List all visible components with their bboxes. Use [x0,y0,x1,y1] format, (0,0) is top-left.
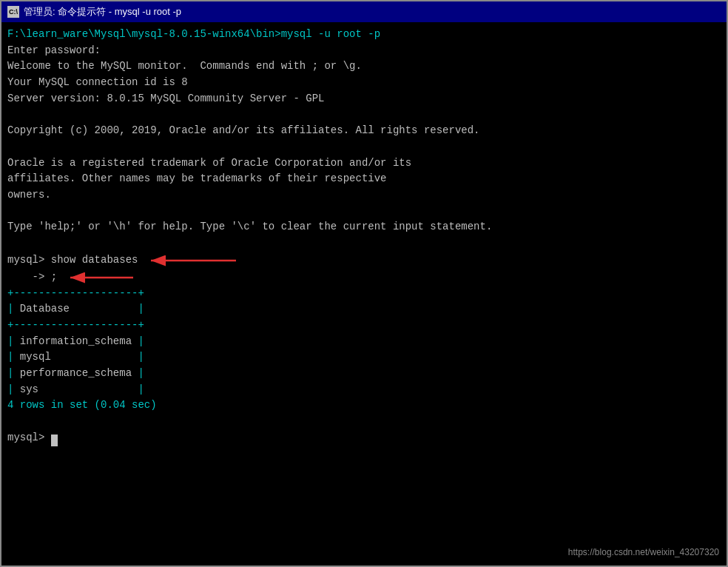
table-row-1: | information_schema | [7,334,721,350]
terminal-line: F:\learn_ware\Mysql\mysql-8.0.15-winx64\… [7,27,721,43]
table-row-3: | performance_schema | [7,366,721,382]
terminal-line: Your MySQL connection id is 8 [7,75,721,91]
terminal-line: Copyright (c) 2000, 2019, Oracle and/or … [7,123,721,139]
arrow1-icon [144,252,240,269]
prompt-line: mysql> [7,430,721,446]
titlebar-icon: C:\ [7,6,19,18]
terminal-line: Type 'help;' or '\h' for help. Type '\c'… [7,219,721,235]
table-row-2: | mysql | [7,349,721,366]
terminal-line: Oracle is a registered trademark of Orac… [7,155,721,172]
command-line-show-databases: mysql> show databases [7,252,721,269]
terminal-window: C:\ 管理员: 命令提示符 - mysql -u root -p F:\lea… [0,0,728,567]
terminal-line: Server version: 8.0.15 MySQL Community S… [7,91,721,107]
terminal-line [7,139,721,155]
table-border-bottom: 4 rows in set (0.04 sec) [7,397,721,414]
terminal-line: Enter password: [7,43,721,59]
terminal-line: affiliates. Other names may be trademark… [7,171,721,187]
terminal-line [7,107,721,123]
terminal-body[interactable]: F:\learn_ware\Mysql\mysql-8.0.15-winx64\… [1,22,727,566]
table-row-4: | sys | [7,382,721,398]
table-header: | Database | [7,301,721,318]
titlebar: C:\ 管理员: 命令提示符 - mysql -u root -p [1,1,727,22]
terminal-line: -> ; [7,269,57,286]
cursor [51,435,58,446]
terminal-line: owners. [7,187,721,204]
terminal-line: mysql> show databases [7,252,138,269]
terminal-line [7,414,721,430]
titlebar-title: 管理员: 命令提示符 - mysql -u root -p [24,5,181,19]
terminal-line [7,204,721,220]
table-border-header: +--------------------+ [7,318,721,334]
terminal-line [7,235,721,252]
watermark: https://blog.csdn.net/weixin_43207320 [568,546,719,560]
terminal-line: Welcome to the MySQL monitor. Commands e… [7,58,721,75]
table-border-top: +--------------------+ [7,286,721,302]
command-line-semicolon: -> ; [7,269,721,286]
arrow2-icon [63,269,137,286]
